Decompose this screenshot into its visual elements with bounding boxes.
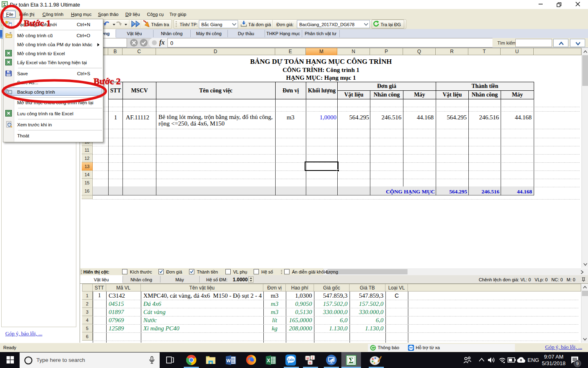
svg-text:Σ: Σ: [349, 357, 354, 365]
svg-text:Σ: Σ: [3, 2, 7, 7]
svg-text:Zalo: Zalo: [287, 358, 294, 362]
svg-text:X: X: [267, 358, 270, 364]
svg-text:n: n: [309, 361, 312, 365]
svg-text:i: i: [312, 356, 313, 360]
svg-text:W: W: [226, 358, 231, 363]
svg-text:u: u: [307, 356, 309, 360]
